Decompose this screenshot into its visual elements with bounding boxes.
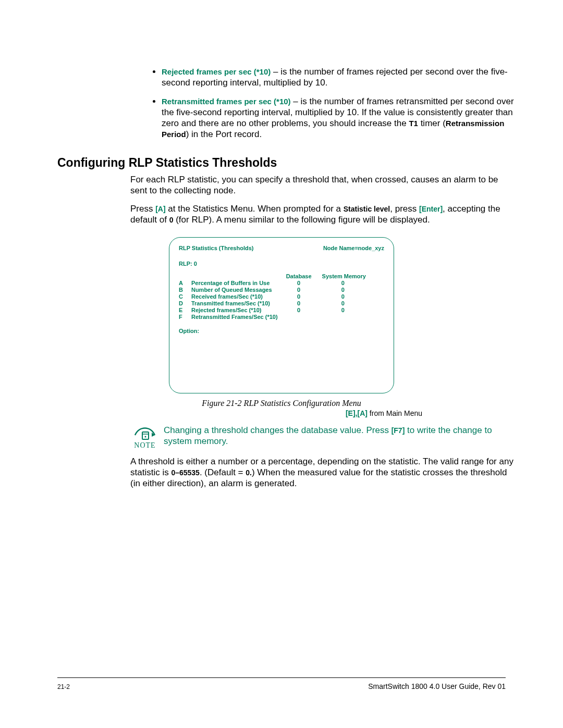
footer-rule: [57, 677, 506, 678]
table-row: APercentage of Buffers in Use00: [179, 280, 374, 287]
t1-timer: T1: [409, 119, 418, 128]
default-value: 0.: [246, 468, 252, 477]
table-row: DTransmitted frames/Sec (*10)00: [179, 300, 374, 307]
text: timer (: [418, 118, 446, 128]
bullet-retransmitted: Retransmitted frames per sec (*10) – is …: [162, 96, 527, 140]
key-enter: [Enter]: [419, 205, 443, 213]
fig-table: Database System Memory APercentage of Bu…: [179, 273, 374, 320]
fig-option: Option:: [179, 328, 384, 334]
text: at the Statistics Menu. When prompted fo…: [166, 204, 344, 214]
range-value: 0–65535: [171, 468, 200, 477]
key-f7: [F7]: [391, 426, 405, 435]
stat-level: Statistic level: [344, 205, 390, 213]
note-text: Changing a threshold changes the databas…: [164, 425, 516, 447]
note-label: NOTE: [130, 441, 160, 450]
figure-terminal: RLP Statistics (Thresholds) Node Name=no…: [169, 237, 394, 393]
footer-doc-title: SmartSwitch 1800 4.0 User Guide, Rev 01: [368, 682, 506, 690]
table-row: ERejected frames/Sec (*10)00: [179, 307, 374, 314]
section-heading: Configuring RLP Statistics Thresholds: [57, 156, 506, 170]
note-block: NOTE Changing a threshold changes the da…: [130, 425, 516, 450]
col-system-memory: System Memory: [322, 273, 374, 280]
fig-rlp: RLP: 0: [179, 261, 384, 267]
footer-page-number: 21-2: [57, 683, 70, 690]
note-icon: NOTE: [130, 425, 160, 450]
key-a: [A]: [155, 205, 165, 213]
subcap-keys: [E],[A]: [346, 409, 368, 417]
bullet-rejected: Rejected frames per sec (*10) – is the n…: [162, 66, 527, 89]
text: . (Default =: [200, 467, 246, 477]
fig-node-name: Node Name=node_xyz: [323, 245, 384, 251]
fig-header-row: Database System Memory: [179, 273, 374, 280]
text: ) in the Port record.: [186, 129, 262, 139]
text: (for RLP). A menu similar to the followi…: [173, 215, 430, 225]
text: , press: [390, 204, 419, 214]
svg-point-3: [145, 436, 146, 437]
col-database: Database: [286, 273, 322, 280]
figure-subcaption: [E],[A] from Main Menu: [57, 409, 422, 417]
term-rejected: Rejected frames per sec (*10): [162, 67, 271, 76]
text: Changing a threshold changes the databas…: [164, 425, 391, 435]
page: Rejected frames per sec (*10) – is the n…: [0, 0, 563, 728]
term-retransmitted: Retransmitted frames per sec (*10): [162, 97, 291, 106]
para-intro: For each RLP statistic, you can specify …: [130, 174, 516, 196]
para-instructions: Press [A] at the Statistics Menu. When p…: [130, 203, 516, 226]
table-row: BNumber of Queued Messages00: [179, 287, 374, 293]
text: Press: [130, 204, 155, 214]
para-threshold: A threshold is either a number or a perc…: [130, 456, 516, 489]
bullet-list: Rejected frames per sec (*10) – is the n…: [141, 66, 527, 140]
figure-caption: Figure 21-2 RLP Statistics Configuration…: [57, 399, 506, 408]
subcap-text: from Main Menu: [368, 409, 422, 417]
table-row: FRetransmitted Frames/Sec (*10): [179, 314, 374, 320]
svg-rect-1: [142, 432, 149, 439]
table-row: CReceived frames/Sec (*10)00: [179, 293, 374, 300]
